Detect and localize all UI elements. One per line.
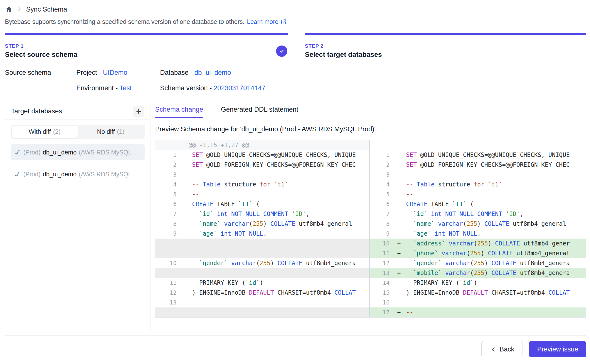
diff-row-right: 6CREATE TABLE `t1` ( <box>370 199 586 209</box>
target-database-list: (Prod)db_ui_demo(AWS RDS MySQL Prod)(Pro… <box>11 144 145 182</box>
diff-row-right: 16 <box>370 298 586 307</box>
source-field-link-1[interactable]: db_ui_demo <box>195 69 231 76</box>
breadcrumb-current: Sync Schema <box>26 6 67 13</box>
diff-row-right: 3-- <box>370 170 586 180</box>
diff-row-left: 2SET @OLD_FOREIGN_KEY_CHECKS=@@FOREIGN_K… <box>155 160 369 170</box>
source-field-link-0[interactable]: UIDemo <box>103 69 127 76</box>
target-database-item-0[interactable]: (Prod)db_ui_demo(AWS RDS MySQL Prod) <box>11 144 145 160</box>
diff-row-left <box>155 307 369 317</box>
breadcrumb: Sync Schema <box>5 3 586 15</box>
target-panel-header: Target databases + <box>5 103 150 120</box>
diff-row-left <box>155 268 369 278</box>
preview-section: Schema changeGenerated DDL statement Pre… <box>155 103 586 318</box>
external-link-icon <box>280 19 287 25</box>
source-field-2: Environment - Test <box>76 84 160 92</box>
source-field-link-2[interactable]: Test <box>119 84 132 92</box>
diff-filter-tabs: With diff(2)No diff(1) <box>11 125 145 139</box>
diff-row-left: 8 `name` varchar(255) COLLATE utf8mb4_ge… <box>155 219 369 229</box>
sync-schema-page: Sync Schema Bytebase supports synchroniz… <box>0 0 590 364</box>
added-line-marker: + <box>397 248 406 258</box>
added-line-marker: + <box>397 307 406 317</box>
learn-more-link[interactable]: Learn more <box>247 18 287 25</box>
diff-row-right: 11+ `phone` varchar(255) COLLATE utf8mb4… <box>370 248 586 258</box>
source-field-0: Project - UIDemo <box>76 69 160 76</box>
added-line-marker: + <box>397 239 406 248</box>
diff-row-right: 9 `age` int NOT NULL, <box>370 229 586 239</box>
step-1-title: Select source schema <box>5 51 288 59</box>
diff-pane-target: 1SET @OLD_UNIQUE_CHECKS=@@UNIQUE_CHECKS,… <box>370 140 586 317</box>
target-panel-body: With diff(2)No diff(1) (Prod)db_ui_demo(… <box>5 120 150 187</box>
added-line-marker: + <box>397 268 406 278</box>
diff-row-left: 12) ENGINE=InnoDB DEFAULT CHARSET=utf8mb… <box>155 288 369 298</box>
diff-row-left: 11 PRIMARY KEY (`id`) <box>155 278 369 288</box>
description-text: Bytebase supports synchronizing a specif… <box>5 18 245 25</box>
with-diff-tab[interactable]: With diff(2) <box>12 126 78 138</box>
step-1-label: STEP 1 <box>5 43 288 49</box>
diff-row-right: 8 `name` varchar(255) COLLATE utf8mb4_ge… <box>370 219 586 229</box>
diff-row-right: 10+ `address` varchar(255) COLLATE utf8m… <box>370 239 586 248</box>
step-2-label: STEP 2 <box>305 43 586 49</box>
diff-row-left: 1SET @OLD_UNIQUE_CHECKS=@@UNIQUE_CHECKS,… <box>155 150 369 160</box>
target-panel-title: Target databases <box>11 107 62 115</box>
schema-diff-viewer: @@ -1,15 +1,27 @@1SET @OLD_UNIQUE_CHECKS… <box>155 140 586 318</box>
home-icon[interactable] <box>5 5 13 13</box>
step-completed-check-icon <box>276 46 287 57</box>
diff-row-right: 5-- <box>370 189 586 199</box>
diff-row-right: 17+-- <box>370 307 586 317</box>
preview-tabs: Schema changeGenerated DDL statement <box>155 106 586 118</box>
diff-row-left: 5-- <box>155 189 369 199</box>
diff-pane-source: @@ -1,15 +1,27 @@1SET @OLD_UNIQUE_CHECKS… <box>155 140 370 317</box>
preview-title: Preview Schema change for 'db_ui_demo (P… <box>155 125 586 133</box>
diff-row-right: 7 `id` int NOT NULL COMMENT 'ID', <box>370 209 586 219</box>
diff-row-right <box>370 140 586 150</box>
diff-row-right: 2SET @OLD_FOREIGN_KEY_CHECKS=@@FOREIGN_K… <box>370 160 586 170</box>
page-description: Bytebase supports synchronizing a specif… <box>5 18 586 25</box>
diff-row-right: 14 PRIMARY KEY (`id`) <box>370 278 586 288</box>
tab-generated-ddl-statement[interactable]: Generated DDL statement <box>221 106 298 118</box>
add-target-database-button[interactable]: + <box>133 106 144 117</box>
source-schema-section: Source schema Project - UIDemoDatabase -… <box>5 69 586 92</box>
source-field-link-3[interactable]: 20230317014147 <box>214 84 265 92</box>
no-diff-tab[interactable]: No diff(1) <box>78 126 144 138</box>
footer-actions: Back Preview issue <box>5 335 586 357</box>
target-databases-panel: Target databases + With diff(2)No diff(1… <box>5 103 150 334</box>
preview-issue-button[interactable]: Preview issue <box>529 341 586 357</box>
wizard-steps: STEP 1 Select source schema STEP 2 Selec… <box>5 33 586 59</box>
chevron-left-icon <box>490 346 497 353</box>
mysql-dolphin-icon <box>14 171 21 178</box>
diff-row-left: 4-- Table structure for `t1` <box>155 180 369 189</box>
diff-row-right: 12 `gender` varchar(255) COLLATE utf8mb4… <box>370 258 586 268</box>
target-database-item-1[interactable]: (Prod)db_ui_demo(AWS RDS MySQL Prod) <box>11 166 145 182</box>
diff-row-left: 3-- <box>155 170 369 180</box>
diff-row-left: @@ -1,15 +1,27 @@ <box>155 140 369 150</box>
diff-row-left: 13 <box>155 298 369 307</box>
step-2-title: Select target databases <box>305 51 586 59</box>
chevron-right-icon <box>17 6 22 13</box>
source-field-1: Database - db_ui_demo <box>160 69 265 76</box>
main-content: Target databases + With diff(2)No diff(1… <box>5 103 586 334</box>
diff-row-left: 9 `age` int NOT NULL, <box>155 229 369 239</box>
source-fields: Project - UIDemoDatabase - db_ui_demoEnv… <box>76 69 265 92</box>
mysql-dolphin-icon <box>14 149 21 156</box>
source-schema-label: Source schema <box>5 69 76 92</box>
diff-row-right: 4-- Table structure for `t1` <box>370 180 586 189</box>
step-1: STEP 1 Select source schema <box>5 33 288 59</box>
diff-row-right: 13+ `mobile` varchar(255) COLLATE utf8mb… <box>370 268 586 278</box>
diff-row-left: 6CREATE TABLE `t1` ( <box>155 199 369 209</box>
tab-schema-change[interactable]: Schema change <box>155 106 203 118</box>
diff-row-left: 7 `id` int NOT NULL COMMENT 'ID', <box>155 209 369 219</box>
diff-row-left: 10 `gender` varchar(255) COLLATE utf8mb4… <box>155 258 369 268</box>
diff-row-left <box>155 239 369 248</box>
step-2-progress-bar <box>305 33 586 35</box>
source-field-3: Schema version - 20230317014147 <box>160 84 265 92</box>
diff-row-left <box>155 248 369 258</box>
step-1-progress-bar <box>5 33 288 35</box>
diff-row-right: 1SET @OLD_UNIQUE_CHECKS=@@UNIQUE_CHECKS,… <box>370 150 586 160</box>
diff-row-right: 15) ENGINE=InnoDB DEFAULT CHARSET=utf8mb… <box>370 288 586 298</box>
step-2: STEP 2 Select target databases <box>305 33 586 59</box>
back-button[interactable]: Back <box>481 341 523 357</box>
